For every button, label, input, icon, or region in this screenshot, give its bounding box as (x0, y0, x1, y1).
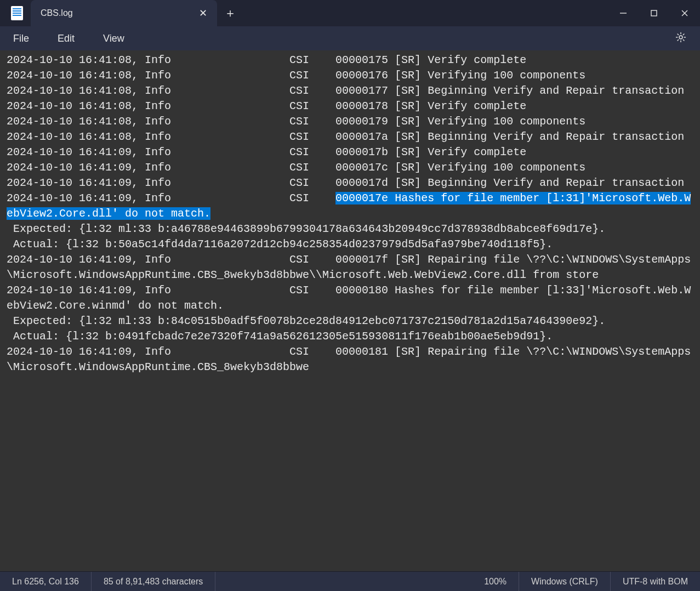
menu-file[interactable]: File (4, 30, 38, 48)
log-line: 2024-10-10 16:41:09, Info CSI 00000180 H… (7, 283, 693, 314)
status-cursor-pos[interactable]: Ln 6256, Col 136 (0, 572, 92, 591)
status-zoom[interactable]: 100% (472, 572, 519, 591)
tab-active[interactable]: CBS.log ✕ (31, 0, 217, 26)
gear-icon (675, 31, 687, 43)
minimize-icon (619, 9, 627, 17)
maximize-icon (650, 9, 658, 17)
window-close-button[interactable] (669, 0, 700, 26)
menu-view[interactable]: View (94, 30, 133, 48)
notepad-app-icon (11, 6, 23, 20)
plus-icon: ＋ (224, 5, 236, 21)
log-line: 2024-10-10 16:41:09, Info CSI 0000017d [… (7, 175, 693, 191)
log-line-highlighted: 2024-10-10 16:41:09, Info CSI 0000017e H… (7, 191, 693, 221)
menu-edit[interactable]: Edit (49, 30, 83, 48)
status-encoding[interactable]: UTF-8 with BOM (611, 572, 700, 591)
log-line: 2024-10-10 16:41:08, Info CSI 00000177 [… (7, 83, 693, 99)
log-line: 2024-10-10 16:41:08, Info CSI 00000176 [… (7, 68, 693, 83)
status-char-count[interactable]: 85 of 8,91,483 characters (92, 572, 215, 591)
close-tab-icon[interactable]: ✕ (199, 7, 207, 19)
statusbar: Ln 6256, Col 136 85 of 8,91,483 characte… (0, 571, 700, 591)
window-maximize-button[interactable] (639, 0, 669, 26)
svg-rect-1 (651, 10, 657, 16)
log-line: Expected: {l:32 ml:33 b:a46788e94463899b… (7, 221, 693, 237)
log-line: 2024-10-10 16:41:08, Info CSI 00000179 [… (7, 114, 693, 129)
log-line: 2024-10-10 16:41:09, Info CSI 0000017c [… (7, 160, 693, 175)
log-line: Actual: {l:32 b:0491fcbadc7e2e7320f741a9… (7, 329, 693, 344)
log-line: 2024-10-10 16:41:09, Info CSI 00000181 [… (7, 344, 693, 375)
log-line: 2024-10-10 16:41:08, Info CSI 00000178 [… (7, 99, 693, 114)
log-line: 2024-10-10 16:41:08, Info CSI 00000175 [… (7, 53, 693, 68)
log-line: 2024-10-10 16:41:09, Info CSI 0000017b [… (7, 145, 693, 160)
close-icon (681, 9, 688, 17)
new-tab-button[interactable]: ＋ (217, 0, 243, 26)
status-line-endings[interactable]: Windows (CRLF) (519, 572, 611, 591)
tab-title: CBS.log (41, 8, 73, 18)
log-line: 2024-10-10 16:41:09, Info CSI 0000017f [… (7, 252, 693, 283)
log-line: 2024-10-10 16:41:08, Info CSI 0000017a [… (7, 129, 693, 145)
notepad-window: CBS.log ✕ ＋ File Edit View 2024-10-10 1 (0, 0, 700, 591)
log-line: Actual: {l:32 b:50a5c14fd4da7116a2072d12… (7, 237, 693, 252)
settings-button[interactable] (671, 28, 690, 49)
log-line: Expected: {l:32 ml:33 b:84c0515b0adf5f00… (7, 314, 693, 329)
window-minimize-button[interactable] (608, 0, 639, 26)
menubar: File Edit View (0, 26, 700, 50)
svg-point-4 (679, 36, 682, 39)
text-editor[interactable]: 2024-10-10 16:41:08, Info CSI 00000175 [… (0, 50, 700, 571)
titlebar: CBS.log ✕ ＋ (0, 0, 700, 26)
log-text: 2024-10-10 16:41:09, Info CSI (7, 192, 335, 204)
